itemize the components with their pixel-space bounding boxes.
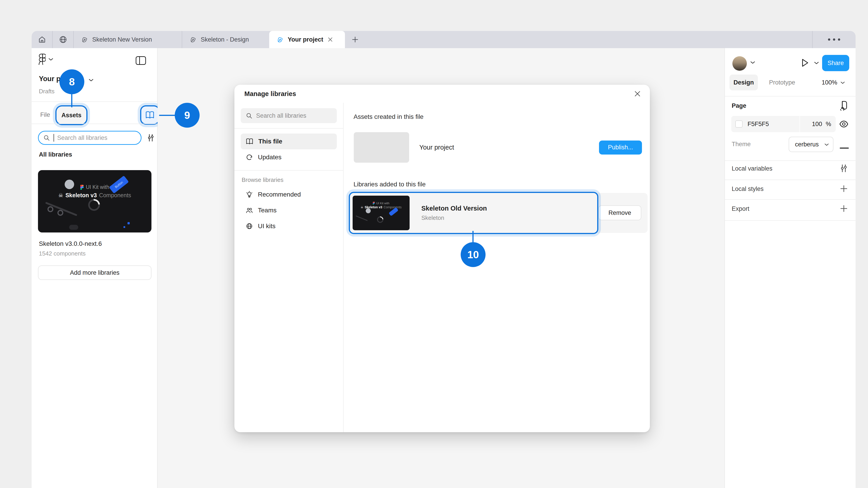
search-icon [43, 134, 50, 141]
tab-skeleton-design[interactable]: Skeleton - Design [182, 31, 269, 48]
page-opacity-field[interactable]: 100 % [800, 116, 836, 132]
add-more-libraries-button[interactable]: Add more libraries [38, 265, 151, 280]
card-kit-suffix: Components [99, 192, 131, 199]
tab-your-project[interactable]: Your project [269, 31, 345, 48]
libraries-button[interactable] [141, 106, 158, 124]
page-color-row: F5F5F5 100 % [731, 116, 836, 132]
opacity-value[interactable]: 100 [812, 121, 822, 128]
add-export-plus-icon[interactable] [839, 204, 848, 213]
browse-community-button[interactable] [53, 31, 73, 48]
dots-icon [833, 38, 835, 41]
tabbar-spacer [365, 31, 812, 48]
page-section-label: Page [732, 102, 746, 109]
manage-libraries-modal: Manage libraries Search all libraries [235, 85, 650, 432]
library-row-info: Skeleton Old Version Skeleton [421, 205, 487, 221]
right-sidebar: Share Design Prototype 100% Page [724, 48, 856, 488]
toggle-sidebar-button[interactable] [135, 56, 146, 65]
filter-sliders-icon[interactable] [147, 133, 155, 142]
nav-item-label: Teams [258, 207, 276, 214]
theme-label: Theme [732, 141, 751, 148]
panel-layout-icon [135, 56, 146, 65]
thumb-line1: UI Kit with [352, 201, 410, 205]
tab-bar: Skeleton New Version Skeleton - Design Y… [32, 31, 856, 48]
page-color-field[interactable]: F5F5F5 [731, 116, 800, 132]
page-styles-icon[interactable] [838, 100, 849, 110]
search-input[interactable]: Search all libraries [38, 131, 142, 145]
refresh-icon [246, 154, 253, 161]
project-row: Your project Publish... [354, 132, 642, 163]
decor-spinner [86, 197, 102, 213]
tab-assets[interactable]: Assets [57, 106, 86, 124]
project-name: Your project [419, 144, 599, 151]
dots-icon [828, 38, 830, 41]
chevron-down-icon[interactable] [89, 78, 94, 82]
avatar[interactable] [733, 56, 747, 71]
publish-button[interactable]: Publish... [599, 140, 642, 155]
figma-file-icon [190, 36, 197, 43]
modal-search-input[interactable]: Search all libraries [241, 108, 337, 123]
nav-item-recommended[interactable]: Recommended [241, 187, 337, 202]
color-hex-value[interactable]: F5F5F5 [747, 121, 769, 128]
decor-knob [57, 210, 63, 216]
visibility-eye-icon[interactable] [839, 119, 849, 129]
divider [725, 96, 856, 96]
teams-people-icon [246, 207, 253, 214]
book-icon [145, 111, 155, 119]
chevron-down-icon [840, 81, 845, 84]
tab-prototype[interactable]: Prototype [763, 74, 801, 90]
globe-icon [246, 223, 253, 230]
new-tab-button[interactable] [345, 31, 365, 48]
remove-library-button[interactable]: Remove [598, 205, 641, 220]
nav-item-label: UI kits [258, 223, 276, 230]
library-row-name: Skeleton Old Version [421, 205, 487, 212]
local-variables-label: Local variables [732, 165, 772, 172]
file-location[interactable]: Drafts [39, 88, 55, 95]
modal-content: Assets created in this file Your project… [344, 103, 650, 432]
share-button[interactable]: Share [822, 55, 849, 71]
skull-icon: ☠ [58, 192, 63, 199]
theme-dropdown[interactable]: cerberus [789, 137, 833, 152]
nav-item-label: Recommended [258, 191, 301, 198]
nav-item-label: Updates [258, 154, 281, 161]
divider [32, 101, 157, 102]
color-swatch[interactable] [735, 121, 743, 128]
remove-theme-icon[interactable] [840, 148, 849, 149]
annotation-connector-8 [71, 94, 72, 107]
window-menu-button[interactable] [813, 31, 856, 48]
nav-item-this-file[interactable]: This file [241, 133, 337, 149]
tab-design[interactable]: Design [730, 74, 758, 90]
figma-file-icon [81, 36, 88, 43]
chevron-down-icon[interactable] [750, 61, 755, 64]
tab-skeleton-new-version[interactable]: Skeleton New Version [74, 31, 182, 48]
add-style-plus-icon[interactable] [839, 184, 848, 193]
tab-file[interactable]: File [40, 111, 50, 119]
figma-logo-icon [38, 54, 46, 65]
annotation-connector-10 [472, 231, 473, 242]
present-play-icon[interactable] [800, 58, 810, 68]
nav-item-updates[interactable]: Updates [241, 149, 337, 165]
library-card-thumbnail[interactable]: UI Kit with ☠ Skeleton v3 Components But… [38, 170, 151, 232]
divider [725, 199, 856, 200]
skull-icon: ☠ [361, 205, 364, 209]
home-button[interactable] [32, 31, 52, 48]
decor-knob [48, 206, 53, 212]
close-tab-icon[interactable] [327, 37, 333, 42]
library-row[interactable]: UI Kit with ☠ Skeleton v3 Components [350, 193, 648, 233]
zoom-control[interactable]: 100% [822, 74, 845, 90]
nav-item-teams[interactable]: Teams [241, 202, 337, 218]
close-icon[interactable] [633, 90, 641, 98]
card-line2: ☠ Skeleton v3 Components [38, 192, 151, 199]
divider [32, 124, 157, 124]
globe-icon [59, 35, 67, 44]
variables-sliders-icon[interactable] [839, 164, 848, 173]
search-placeholder: Search all libraries [57, 134, 107, 141]
plus-icon [351, 36, 359, 43]
figma-menu-button[interactable] [38, 54, 46, 65]
browse-libraries-label: Browse libraries [242, 176, 337, 184]
library-name[interactable]: Skeleton v3.0.0-next.6 [39, 240, 102, 248]
opacity-percent: % [826, 121, 831, 128]
chevron-down-icon[interactable] [49, 58, 53, 61]
modal-title: Manage libraries [244, 90, 633, 98]
nav-item-ui-kits[interactable]: UI kits [241, 218, 337, 234]
chevron-down-icon[interactable] [814, 61, 819, 64]
